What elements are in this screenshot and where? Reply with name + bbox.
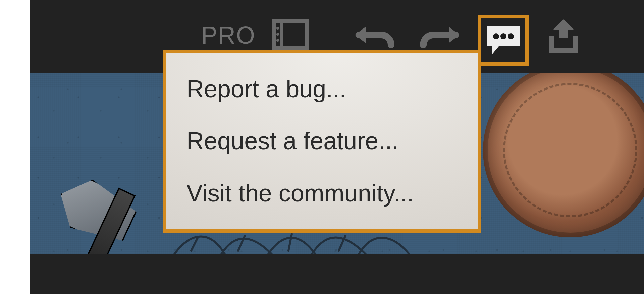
share-button[interactable] — [543, 17, 584, 57]
speech-bubble-icon — [485, 23, 522, 57]
svg-point-7 — [508, 33, 514, 39]
artwork-axe — [44, 180, 158, 254]
viewport: PRO — [0, 0, 644, 294]
redo-button[interactable] — [419, 20, 462, 50]
svg-point-3 — [276, 33, 279, 36]
undo-icon — [352, 20, 396, 50]
undo-button[interactable] — [352, 20, 396, 50]
menu-item-request-feature[interactable]: Request a feature... — [186, 115, 458, 167]
app-frame: PRO — [30, 0, 644, 294]
menu-item-visit-community[interactable]: Visit the community... — [186, 167, 458, 220]
pro-label: PRO — [201, 21, 256, 49]
svg-point-2 — [276, 27, 279, 30]
svg-point-6 — [500, 33, 506, 39]
panel-icon — [272, 19, 309, 53]
feedback-menu: Report a bug... Request a feature... Vis… — [163, 50, 481, 233]
share-icon — [543, 17, 584, 57]
bottom-bar — [30, 254, 644, 294]
svg-point-5 — [493, 33, 499, 39]
artwork-shield — [472, 73, 644, 249]
svg-point-4 — [276, 39, 279, 42]
panel-toggle-button[interactable] — [272, 19, 309, 53]
menu-item-report-bug[interactable]: Report a bug... — [186, 63, 458, 115]
feedback-button[interactable] — [478, 15, 529, 66]
redo-icon — [419, 20, 462, 50]
